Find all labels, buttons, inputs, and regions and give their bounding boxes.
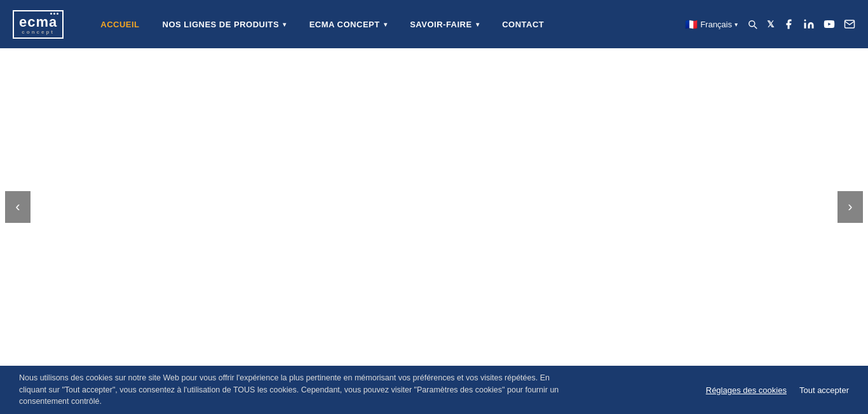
nav-link-savoir[interactable]: SAVOIR-FAIRE ▾ [398, 20, 491, 29]
nav-item-produits[interactable]: NOS LIGNES DE PRODUITS ▾ [151, 20, 298, 29]
chevron-right-icon: › [848, 199, 852, 215]
main-nav: ACCUEIL NOS LIGNES DE PRODUITS ▾ ECMA CO… [89, 20, 685, 29]
facebook-icon[interactable] [783, 18, 794, 30]
nav-link-concept[interactable]: ECMA CONCEPT ▾ [298, 20, 398, 29]
hero-slider: ‹ › [0, 48, 868, 366]
header-right: 🇫🇷 Français ▾ 𝕏 [685, 18, 855, 30]
svg-point-0 [804, 20, 806, 22]
nav-link-accueil[interactable]: ACCUEIL [89, 20, 151, 29]
nav-link-produits[interactable]: NOS LIGNES DE PRODUITS ▾ [151, 20, 298, 29]
linkedin-icon[interactable] [803, 18, 815, 30]
slider-prev-button[interactable]: ‹ [5, 191, 31, 223]
nav-item-savoir[interactable]: SAVOIR-FAIRE ▾ [398, 20, 491, 29]
search-icon[interactable] [747, 18, 758, 30]
slider-next-button[interactable]: › [837, 191, 863, 223]
twitter-icon[interactable]: 𝕏 [767, 19, 774, 29]
header: ecma concept ACCUEIL NOS LIGNES DE PRODU… [0, 0, 868, 48]
chevron-down-icon: ▾ [735, 21, 738, 28]
chevron-down-icon: ▾ [283, 21, 287, 28]
nav-item-contact[interactable]: CONTACT [491, 20, 555, 29]
nav-link-contact[interactable]: CONTACT [491, 20, 555, 29]
language-selector[interactable]: 🇫🇷 Français ▾ [685, 18, 738, 30]
language-label: Français [700, 20, 732, 29]
youtube-icon[interactable] [824, 18, 835, 30]
social-icons: 𝕏 [747, 18, 855, 30]
nav-links: ACCUEIL NOS LIGNES DE PRODUITS ▾ ECMA CO… [89, 20, 555, 29]
logo-sub: concept [19, 29, 57, 35]
cookie-accept-button[interactable]: Tout accepter [799, 385, 849, 395]
cookie-actions: Réglages des cookies Tout accepter [706, 385, 849, 395]
chevron-left-icon: ‹ [15, 199, 20, 215]
chevron-down-icon: ▾ [476, 21, 480, 28]
chevron-down-icon: ▾ [384, 21, 388, 28]
email-icon[interactable] [844, 18, 855, 30]
logo[interactable]: ecma concept [13, 10, 64, 39]
cookie-settings-link[interactable]: Réglages des cookies [706, 385, 787, 395]
cookie-text: Nous utilisons des cookies sur notre sit… [19, 372, 559, 408]
nav-item-accueil[interactable]: ACCUEIL [89, 20, 151, 29]
nav-item-concept[interactable]: ECMA CONCEPT ▾ [298, 20, 398, 29]
cookie-banner: Nous utilisons des cookies sur notre sit… [0, 366, 868, 414]
flag-icon: 🇫🇷 [685, 18, 698, 30]
logo-text: ecma [19, 14, 57, 30]
